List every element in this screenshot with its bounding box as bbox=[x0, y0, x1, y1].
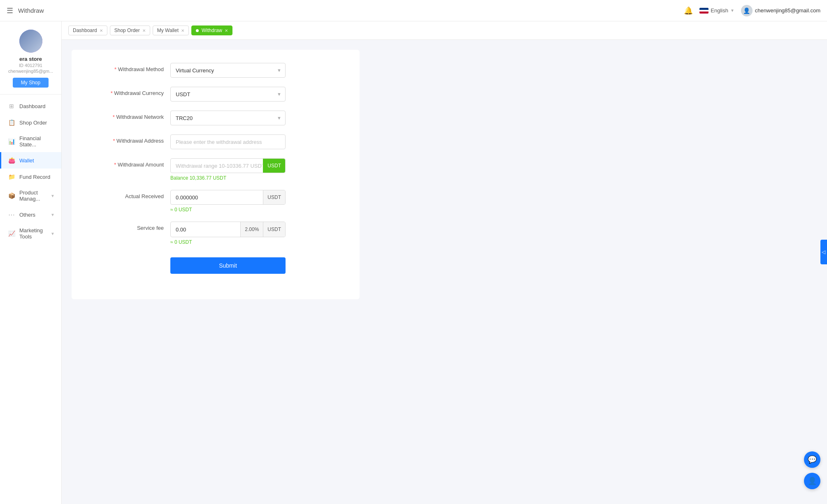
close-icon[interactable]: ✕ bbox=[225, 28, 228, 33]
sidebar-item-label: Product Manag... bbox=[19, 190, 46, 202]
breadcrumb-tab-shop-order[interactable]: Shop Order ✕ bbox=[110, 25, 150, 35]
top-bar: ☰ Withdraw 🔔 English ▼ 👤 chenwenjing85@g… bbox=[0, 0, 827, 21]
breadcrumb-tab-dashboard[interactable]: Dashboard ✕ bbox=[68, 25, 107, 35]
submit-row: Submit bbox=[88, 254, 343, 274]
breadcrumb-bar: Dashboard ✕ Shop Order ✕ My Wallet ✕ Wit… bbox=[62, 21, 827, 40]
side-hint-icon: ◁ bbox=[821, 249, 827, 255]
user-info[interactable]: 👤 chenwenjing85@gmail.com bbox=[741, 5, 820, 16]
withdrawal-amount-control: USDT Balance 10,336.77 USDT bbox=[170, 158, 343, 181]
service-fee-currency: USDT bbox=[263, 222, 285, 237]
required-star: * bbox=[111, 90, 113, 96]
user-email: chenwenjing85@gmail.com bbox=[755, 7, 820, 14]
withdrawal-network-label: * Withdrawal Network bbox=[88, 111, 170, 120]
withdrawal-method-select-container: Virtual Currency Bank Transfer ▼ bbox=[170, 63, 286, 78]
service-fee-value: 0.00 bbox=[171, 222, 240, 237]
service-fee-wrap: 0.00 2.00% USDT bbox=[170, 222, 286, 237]
sidebar-item-label: Financial State... bbox=[19, 135, 55, 148]
sidebar-item-others[interactable]: ⋯ Others ▼ bbox=[0, 206, 61, 223]
withdrawal-address-row: * Withdrawal Address bbox=[88, 134, 343, 149]
fund-icon: 📁 bbox=[8, 173, 15, 180]
breadcrumb-label: Withdraw bbox=[202, 28, 222, 33]
withdrawal-method-select[interactable]: Virtual Currency Bank Transfer bbox=[170, 63, 286, 78]
sidebar-item-label: Fund Record bbox=[19, 174, 55, 180]
actual-received-approx: ≈ 0 USDT bbox=[170, 207, 343, 213]
withdrawal-currency-row: * Withdrawal Currency USDT BTC ETH ▼ bbox=[88, 87, 343, 102]
flag-icon bbox=[699, 8, 709, 14]
sidebar-profile: era store ID 4012791 chenwenjing85@gm...… bbox=[0, 21, 61, 95]
store-id: ID 4012791 bbox=[19, 63, 42, 68]
balance-hint: Balance 10,336.77 USDT bbox=[170, 175, 343, 181]
withdrawal-address-input[interactable] bbox=[170, 134, 286, 149]
sidebar-item-dashboard[interactable]: ⊞ Dashboard bbox=[0, 98, 61, 114]
actual-received-row: Actual Received USDT ≈ 0 USDT bbox=[88, 190, 343, 213]
withdrawal-address-control bbox=[170, 134, 343, 149]
store-name: era store bbox=[19, 56, 42, 62]
withdrawal-currency-select[interactable]: USDT BTC ETH bbox=[170, 87, 286, 102]
my-shop-button[interactable]: My Shop bbox=[13, 78, 49, 88]
withdrawal-network-row: * Withdrawal Network TRC20 ERC20 BEP20 ▼ bbox=[88, 111, 343, 125]
breadcrumb-tab-withdraw[interactable]: Withdraw ✕ bbox=[191, 25, 232, 35]
close-icon[interactable]: ✕ bbox=[181, 28, 184, 33]
main-content: * Withdrawal Method Virtual Currency Ban… bbox=[62, 40, 827, 309]
breadcrumb-label: My Wallet bbox=[157, 28, 179, 33]
main-layout: era store ID 4012791 chenwenjing85@gm...… bbox=[0, 21, 827, 309]
sidebar-item-financial[interactable]: 📊 Financial State... bbox=[0, 131, 61, 152]
submit-spacer bbox=[88, 254, 170, 257]
sidebar-item-product-manage[interactable]: 📦 Product Manag... ▼ bbox=[0, 185, 61, 206]
page-title-header: Withdraw bbox=[18, 7, 44, 14]
submit-button[interactable]: Submit bbox=[170, 257, 286, 274]
menu-icon[interactable]: ☰ bbox=[7, 6, 13, 15]
required-star: * bbox=[114, 162, 116, 168]
withdrawal-currency-label: * Withdrawal Currency bbox=[88, 87, 170, 96]
sidebar: era store ID 4012791 chenwenjing85@gm...… bbox=[0, 21, 62, 309]
actual-received-currency-badge: USDT bbox=[263, 190, 285, 204]
content-area: Dashboard ✕ Shop Order ✕ My Wallet ✕ Wit… bbox=[62, 21, 827, 309]
withdrawal-method-label: * Withdrawal Method bbox=[88, 63, 170, 72]
required-star: * bbox=[113, 138, 115, 144]
actual-received-label: Actual Received bbox=[88, 190, 170, 199]
withdrawal-method-row: * Withdrawal Method Virtual Currency Ban… bbox=[88, 63, 343, 78]
chevron-icon: ▼ bbox=[51, 194, 55, 198]
withdrawal-network-select[interactable]: TRC20 ERC20 BEP20 bbox=[170, 111, 286, 125]
withdrawal-amount-input-wrap: USDT bbox=[170, 158, 286, 173]
active-dot bbox=[196, 29, 199, 32]
language-selector[interactable]: English ▼ bbox=[699, 7, 734, 14]
wallet-icon: 👛 bbox=[8, 157, 15, 164]
close-icon[interactable]: ✕ bbox=[142, 28, 146, 33]
required-star: * bbox=[114, 66, 116, 72]
sidebar-item-label: Wallet bbox=[19, 157, 55, 164]
service-fee-approx: ≈ 0 USDT bbox=[170, 239, 343, 245]
sidebar-item-label: Shop Order bbox=[19, 120, 55, 126]
withdrawal-network-control: TRC20 ERC20 BEP20 ▼ bbox=[170, 111, 343, 125]
breadcrumb-label: Dashboard bbox=[73, 28, 97, 33]
top-bar-right: 🔔 English ▼ 👤 chenwenjing85@gmail.com bbox=[684, 5, 820, 16]
withdrawal-amount-row: * Withdrawal Amount USDT Balance 10,336.… bbox=[88, 158, 343, 181]
sidebar-item-marketing[interactable]: 📈 Marketing Tools ▼ bbox=[0, 223, 61, 244]
chevron-down-icon: ▼ bbox=[730, 8, 734, 13]
breadcrumb-tab-my-wallet[interactable]: My Wallet ✕ bbox=[153, 25, 189, 35]
shop-order-icon: 📋 bbox=[8, 119, 15, 126]
sidebar-item-label: Dashboard bbox=[19, 103, 55, 109]
close-icon[interactable]: ✕ bbox=[100, 28, 103, 33]
sidebar-nav: ⊞ Dashboard 📋 Shop Order 📊 Financial Sta… bbox=[0, 95, 61, 247]
product-icon: 📦 bbox=[8, 192, 15, 199]
dashboard-icon: ⊞ bbox=[8, 102, 15, 110]
store-email: chenwenjing85@gm... bbox=[8, 69, 53, 74]
marketing-icon: 📈 bbox=[8, 230, 15, 237]
top-bar-left: ☰ Withdraw bbox=[7, 6, 44, 15]
service-fee-percentage: 2.00% bbox=[240, 222, 263, 237]
chevron-icon: ▼ bbox=[51, 213, 55, 217]
sidebar-item-shop-order[interactable]: 📋 Shop Order bbox=[0, 114, 61, 131]
form-card: * Withdrawal Method Virtual Currency Ban… bbox=[72, 50, 360, 299]
sidebar-item-label: Marketing Tools bbox=[19, 227, 46, 240]
language-label: English bbox=[711, 7, 728, 14]
bell-icon[interactable]: 🔔 bbox=[684, 6, 693, 15]
financial-icon: 📊 bbox=[8, 138, 15, 145]
withdrawal-currency-control: USDT BTC ETH ▼ bbox=[170, 87, 343, 102]
sidebar-item-my-wallet[interactable]: 👛 Wallet bbox=[0, 152, 61, 169]
side-hint[interactable]: ◁ bbox=[820, 240, 827, 264]
sidebar-item-fund-record[interactable]: 📁 Fund Record bbox=[0, 169, 61, 185]
service-fee-label: Service fee bbox=[88, 222, 170, 231]
breadcrumb-label: Shop Order bbox=[114, 28, 140, 33]
avatar bbox=[19, 30, 42, 53]
